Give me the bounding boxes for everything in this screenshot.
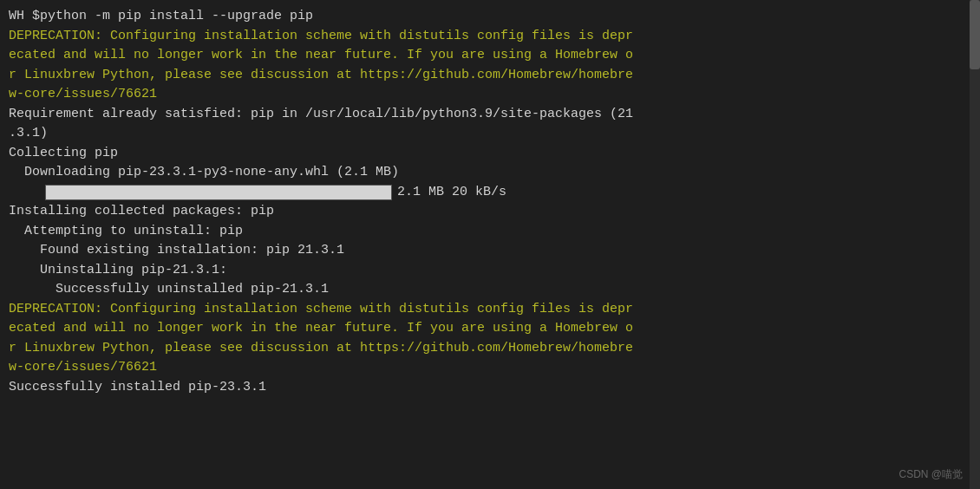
- terminal-line-14: Uninstalling pip-21.3.1:: [9, 261, 971, 281]
- watermark: CSDN @喵觉: [898, 466, 963, 482]
- terminal-line-20: Successfully installed pip-23.3.1: [9, 378, 971, 398]
- progress-fill: [46, 186, 391, 199]
- terminal-line-15: Successfully uninstalled pip-21.3.1: [9, 280, 971, 300]
- terminal-line-12: Attempting to uninstall: pip: [9, 222, 971, 242]
- terminal-line-9: Downloading pip-23.3.1-py3-none-any.whl …: [9, 163, 971, 183]
- terminal-line-18: r Linuxbrew Python, please see discussio…: [9, 339, 971, 359]
- download-progress-bar: [45, 185, 392, 200]
- progress-bar-stats: 2.1 MB 20 kB/s: [397, 183, 506, 203]
- terminal-line-16: DEPRECATION: Configuring installation sc…: [9, 300, 971, 320]
- scrollbar[interactable]: [970, 0, 980, 489]
- terminal-line-7: .3.1): [9, 124, 971, 144]
- terminal-line-11: Installing collected packages: pip: [9, 202, 971, 222]
- terminal-line-8: Collecting pip: [9, 144, 971, 164]
- progress-bar-prefix: [9, 183, 40, 203]
- terminal-line-1: WH $python -m pip install --upgrade pip: [9, 7, 971, 27]
- terminal-line-2: DEPRECATION: Configuring installation sc…: [9, 27, 971, 47]
- terminal-window: WH $python -m pip install --upgrade pip …: [0, 0, 980, 489]
- terminal-line-17: ecated and will no longer work in the ne…: [9, 319, 971, 339]
- terminal-line-3: ecated and will no longer work in the ne…: [9, 46, 971, 66]
- terminal-line-5: w-core/issues/76621: [9, 85, 971, 105]
- terminal-line-19: w-core/issues/76621: [9, 358, 971, 378]
- terminal-line-6: Requirement already satisfied: pip in /u…: [9, 105, 971, 125]
- terminal-line-4: r Linuxbrew Python, please see discussio…: [9, 66, 971, 86]
- terminal-line-13: Found existing installation: pip 21.3.1: [9, 241, 971, 261]
- progress-bar-line: 2.1 MB 20 kB/s: [9, 183, 971, 203]
- scrollbar-thumb[interactable]: [970, 0, 980, 69]
